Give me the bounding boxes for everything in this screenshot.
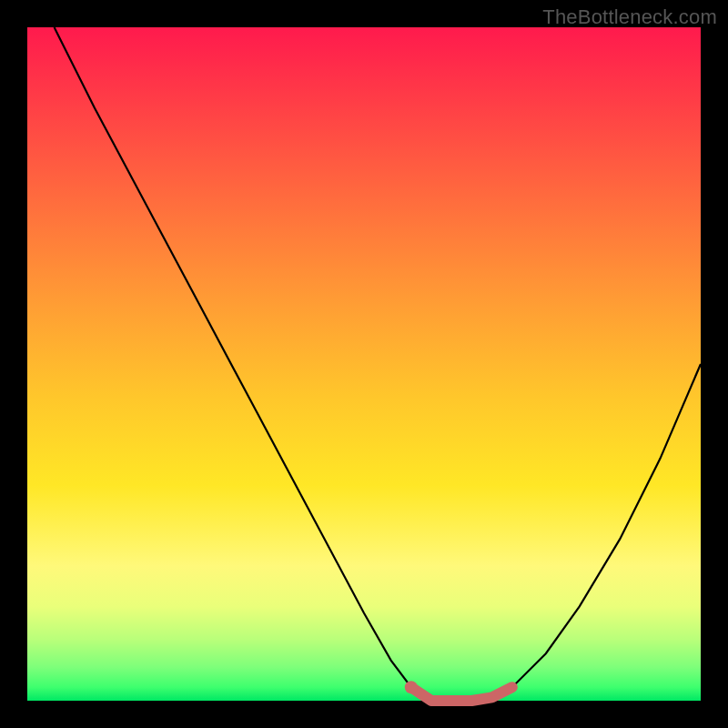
watermark-text: TheBottleneck.com [542, 5, 717, 29]
curve-line [55, 27, 701, 701]
chart-frame: TheBottleneck.com [0, 0, 728, 728]
chart-svg [27, 27, 701, 701]
highlight-segment [411, 687, 512, 701]
highlight-start-dot [405, 681, 418, 693]
